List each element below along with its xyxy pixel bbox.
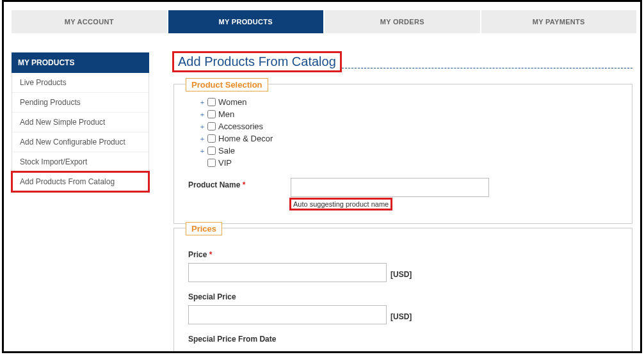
price-label: Price * xyxy=(188,250,618,259)
product-name-input[interactable] xyxy=(291,178,489,197)
category-row-men[interactable]: + Men xyxy=(198,108,618,120)
expand-icon[interactable]: + xyxy=(198,147,206,155)
tab-my-account[interactable]: MY ACCOUNT xyxy=(12,10,168,33)
sidebar: MY PRODUCTS Live Products Pending Produc… xyxy=(12,52,149,353)
sidebar-item-add-simple-product[interactable]: Add New Simple Product xyxy=(12,113,149,132)
product-name-label: Product Name * xyxy=(188,178,291,189)
expand-icon xyxy=(198,159,206,167)
category-tree: + Women + Men + Accessories + Ho xyxy=(198,96,618,169)
category-checkbox[interactable] xyxy=(207,122,216,131)
sidebar-item-live-products[interactable]: Live Products xyxy=(12,73,149,93)
category-checkbox[interactable] xyxy=(207,110,216,118)
expand-icon[interactable]: + xyxy=(198,135,206,143)
tab-my-payments[interactable]: MY PAYMENTS xyxy=(481,10,637,33)
legend-product-selection: Product Selection xyxy=(186,78,268,91)
category-checkbox[interactable] xyxy=(207,134,216,143)
fieldset-product-selection: Product Selection + Women + Men + Access… xyxy=(173,84,632,224)
special-price-from-label: Special Price From Date xyxy=(188,335,618,344)
category-row-vip[interactable]: VIP xyxy=(198,157,618,169)
category-checkbox[interactable] xyxy=(207,159,216,167)
category-label: VIP xyxy=(218,158,232,168)
sidebar-header: MY PRODUCTS xyxy=(12,52,149,73)
special-price-label: Special Price xyxy=(188,292,618,301)
category-checkbox[interactable] xyxy=(207,98,216,106)
product-name-hint: Auto suggesting product name xyxy=(291,199,391,209)
sidebar-item-stock-import-export[interactable]: Stock Import/Export xyxy=(12,152,149,172)
tab-my-orders[interactable]: MY ORDERS xyxy=(325,10,481,33)
category-row-women[interactable]: + Women xyxy=(198,96,618,108)
title-divider xyxy=(342,68,632,68)
special-price-input[interactable] xyxy=(188,305,387,324)
category-row-sale[interactable]: + Sale xyxy=(198,145,618,157)
category-label: Women xyxy=(218,97,247,107)
category-label: Accessories xyxy=(218,122,263,131)
special-price-currency: [USD] xyxy=(387,308,412,321)
category-label: Men xyxy=(218,109,234,119)
page-title: Add Products From Catalog xyxy=(174,53,340,70)
price-input[interactable] xyxy=(188,263,387,282)
expand-icon[interactable]: + xyxy=(198,111,206,118)
sidebar-item-add-from-catalog[interactable]: Add Products From Catalog xyxy=(12,172,149,191)
category-label: Sale xyxy=(218,146,235,155)
sidebar-item-pending-products[interactable]: Pending Products xyxy=(12,93,149,113)
main-content: Add Products From Catalog Product Select… xyxy=(173,52,632,353)
category-row-accessories[interactable]: + Accessories xyxy=(198,120,618,132)
fieldset-prices: Prices Price * [USD] Special Price [USD]… xyxy=(173,228,632,353)
sidebar-list: Live Products Pending Products Add New S… xyxy=(12,73,149,192)
price-currency: [USD] xyxy=(387,266,412,279)
category-checkbox[interactable] xyxy=(207,147,216,155)
main-tabs: MY ACCOUNT MY PRODUCTS MY ORDERS MY PAYM… xyxy=(12,10,636,33)
category-row-home-decor[interactable]: + Home & Decor xyxy=(198,132,618,145)
expand-icon[interactable]: + xyxy=(198,123,206,131)
sidebar-item-add-configurable-product[interactable]: Add New Configurable Product xyxy=(12,132,149,152)
category-label: Home & Decor xyxy=(218,134,273,143)
expand-icon[interactable]: + xyxy=(198,99,206,106)
legend-prices: Prices xyxy=(186,222,222,235)
tab-my-products[interactable]: MY PRODUCTS xyxy=(168,10,325,33)
